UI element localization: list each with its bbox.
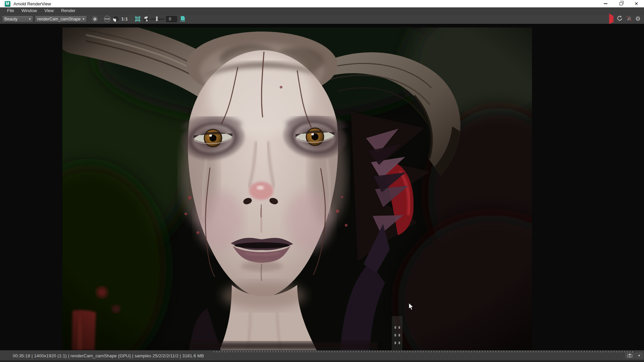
status-bar: 00:35:18 | 1400x1920 (1:1) | renderCam_c… xyxy=(0,350,644,362)
camera-selector-dropdown[interactable]: renderCam_camShape ▼ xyxy=(35,15,87,22)
background-toggle-button[interactable] xyxy=(112,15,120,23)
object-picking-button[interactable] xyxy=(91,15,99,23)
aov-selector-value: Beauty xyxy=(2,17,27,21)
chevron-down-icon: ▼ xyxy=(27,17,33,21)
rgb-channels-button[interactable]: RGB xyxy=(103,15,112,23)
start-ipr-button[interactable] xyxy=(609,16,613,22)
toolbar-separator xyxy=(131,15,131,23)
close-button[interactable]: ✕ xyxy=(629,0,644,7)
debug-shading-off-icon xyxy=(626,15,632,21)
close-icon: ✕ xyxy=(634,1,638,6)
camera-selector-value: renderCam_camShape xyxy=(35,17,80,21)
play-icon xyxy=(609,13,613,24)
render-viewport[interactable] xyxy=(0,24,644,350)
toolbar: Beauty ▼ renderCam_camShape ▼ RGB 1:1 0 … xyxy=(0,14,644,24)
menu-render[interactable]: Render xyxy=(57,7,79,14)
toolbar-separator xyxy=(89,15,89,23)
aov-selector-dropdown[interactable]: Beauty ▼ xyxy=(2,15,33,22)
exposure-slider[interactable] xyxy=(151,15,164,23)
render-status-text: 00:35:18 | 1400x1920 (1:1) | renderCam_c… xyxy=(13,353,204,358)
chevron-down-icon: ▼ xyxy=(80,17,87,21)
rgb-channels-icon: RGB xyxy=(104,16,110,22)
render-region-button[interactable] xyxy=(133,15,142,23)
menu-view[interactable]: View xyxy=(41,7,57,14)
menu-bar: File Window View Render xyxy=(0,7,644,14)
toolbar-separator xyxy=(101,15,101,23)
viewport-drag-handle[interactable] xyxy=(392,316,402,350)
refresh-render-button[interactable] xyxy=(616,15,623,23)
settings-button[interactable]: ⚙ xyxy=(635,16,641,22)
refresh-loop-icon xyxy=(616,15,623,21)
crop-region-icon xyxy=(135,16,141,22)
minimize-button[interactable] xyxy=(598,0,613,7)
log-window-button[interactable]: LOG xyxy=(179,15,187,23)
slider-handle[interactable] xyxy=(156,16,158,21)
debug-shading-button[interactable] xyxy=(626,15,632,23)
menu-window[interactable]: Window xyxy=(18,7,41,14)
horizontal-scrollbar-thumb[interactable] xyxy=(214,351,633,352)
restore-button[interactable] xyxy=(613,0,629,7)
gear-icon: ⚙ xyxy=(635,15,641,22)
minimize-icon xyxy=(604,3,607,4)
log-document-icon xyxy=(181,16,185,20)
mouse-cursor xyxy=(409,303,414,311)
render-image xyxy=(62,27,532,350)
zoom-one-to-one-button[interactable]: 1:1 xyxy=(120,15,129,23)
aperture-icon xyxy=(144,16,149,22)
exposure-button[interactable] xyxy=(142,15,151,23)
title-bar: M Arnold RenderView ✕ xyxy=(0,0,644,7)
exposure-value: 0 xyxy=(169,17,171,21)
picking-target-icon xyxy=(92,16,98,22)
window-title: Arnold RenderView xyxy=(13,1,51,6)
camera-icon xyxy=(627,354,632,357)
alpha-pie-icon xyxy=(113,16,119,22)
chevron-down-icon: ▼ xyxy=(638,354,641,357)
snapshot-button[interactable] xyxy=(625,353,634,358)
maya-app-icon: M xyxy=(5,1,10,7)
zoom-ratio-label: 1:1 xyxy=(121,17,128,21)
exposure-value-field[interactable]: 0 xyxy=(166,16,177,22)
restore-icon xyxy=(620,2,623,5)
menu-file[interactable]: File xyxy=(3,7,18,14)
expand-snapshots-button[interactable]: ▼ xyxy=(636,353,643,358)
